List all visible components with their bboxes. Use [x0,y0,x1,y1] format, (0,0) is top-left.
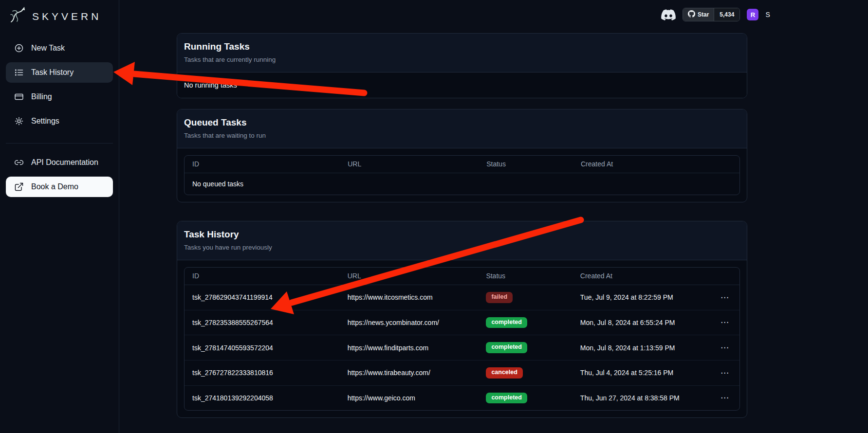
task-history-header-row: ID URL Status Created At [185,268,739,285]
sidebar-item-task-history[interactable]: Task History [6,62,113,83]
task-history-body: ID URL Status Created At tsk_27862904374… [177,260,747,417]
running-tasks-card: Running Tasks Tasks that are currently r… [177,33,747,98]
github-star-label: Star [698,11,709,18]
status-badge: failed [486,292,513,303]
running-tasks-empty-message: No running tasks [177,72,747,98]
task-history-subtitle: Tasks you have run previously [184,244,740,251]
github-star-count: 5,434 [714,8,739,21]
task-created-cell: Thu, Jul 4, 2024 at 5:25:16 PM [573,360,711,385]
sidebar-item-settings[interactable]: Settings [6,111,113,131]
task-id-cell: tsk_278629043741199914 [185,285,340,310]
task-status-cell: completed [478,310,572,335]
column-header-id: ID [185,268,340,285]
github-star-button[interactable]: Star 5,434 [683,8,740,21]
task-history-table: ID URL Status Created At tsk_27862904374… [185,268,739,410]
sidebar-item-billing[interactable]: Billing [6,87,113,107]
sidebar: SKYVERN New Task Task History [0,0,119,433]
task-id-cell: tsk_274180139292204058 [185,385,340,410]
column-header-status: Status [479,156,573,173]
sidebar-nav: New Task Task History Billing [0,35,119,200]
sidebar-item-api-documentation[interactable]: API Documentation [6,152,113,173]
task-url-cell: https://www.geico.com [340,385,479,410]
task-history-card: Task History Tasks you have run previous… [177,221,747,418]
task-status-cell: completed [478,335,572,361]
brand-logo: SKYVERN [0,0,119,35]
task-row[interactable]: tsk_278629043741199914 https://www.itcos… [185,285,739,310]
topbar: Star 5,434 R S [661,7,770,22]
skyvern-dragon-icon [7,5,28,28]
row-actions-button[interactable]: ⋯ [719,368,732,378]
discord-icon[interactable] [661,9,676,20]
status-badge: completed [486,393,527,404]
task-history-header: Task History Tasks you have run previous… [177,221,747,260]
task-created-cell: Mon, Jul 8, 2024 at 1:13:59 PM [573,335,711,361]
task-id-cell: tsk_276727822333810816 [185,360,340,385]
task-row[interactable]: tsk_278147405593572204 https://www.findi… [185,335,739,361]
sidebar-item-label: Settings [31,117,59,126]
main-content: Running Tasks Tasks that are currently r… [177,33,747,429]
status-badge: completed [486,342,527,353]
queued-tasks-subtitle: Tasks that are waiting to run [184,132,740,139]
column-header-url: URL [340,268,479,285]
external-link-icon [14,182,24,192]
queued-tasks-empty-row: No queued tasks [185,173,739,195]
row-actions-button[interactable]: ⋯ [719,292,732,303]
running-tasks-title: Running Tasks [184,41,740,52]
column-header-status: Status [478,268,572,285]
credit-card-icon [14,92,24,102]
row-actions-button[interactable]: ⋯ [719,317,732,327]
sidebar-item-new-task[interactable]: New Task [6,38,113,58]
github-icon [688,10,695,19]
task-url-cell: https://www.tirabeauty.com/ [340,360,479,385]
avatar[interactable]: R [747,9,758,20]
task-status-cell: failed [478,285,572,310]
column-header-id: ID [185,156,340,173]
queued-tasks-card: Queued Tasks Tasks that are waiting to r… [177,109,747,202]
queued-tasks-empty-message: No queued tasks [185,173,739,195]
queued-tasks-table: ID URL Status Created At No queued tasks [185,156,739,195]
brand-name: SKYVERN [32,11,101,22]
sidebar-item-label: API Documentation [31,158,98,167]
task-row[interactable]: tsk_276727822333810816 https://www.tirab… [185,360,739,385]
row-actions-button[interactable]: ⋯ [719,393,732,403]
link-icon [14,158,24,167]
sidebar-item-book-a-demo[interactable]: Book a Demo [6,177,113,197]
status-badge: canceled [486,367,523,379]
queued-tasks-body: ID URL Status Created At No queued tasks [177,148,747,202]
gear-icon [14,116,24,126]
task-id-cell: tsk_278235388555267564 [185,310,340,335]
queued-tasks-table-wrapper: ID URL Status Created At No queued tasks [184,155,740,195]
task-url-cell: https://www.itcosmetics.com [340,285,479,310]
task-created-cell: Thu, Jun 27, 2024 at 8:38:58 PM [573,385,711,410]
sidebar-item-label: Book a Demo [31,182,78,191]
column-header-url: URL [340,156,479,173]
task-id-cell: tsk_278147405593572204 [185,335,340,361]
queued-tasks-header: Queued Tasks Tasks that are waiting to r… [177,109,747,148]
queued-tasks-title: Queued Tasks [184,117,740,128]
task-row[interactable]: tsk_278235388555267564 https://news.ycom… [185,310,739,335]
plus-circle-icon [14,43,24,53]
task-status-cell: canceled [478,360,572,385]
task-history-table-wrapper: ID URL Status Created At tsk_27862904374… [184,267,740,411]
row-actions-button[interactable]: ⋯ [719,343,732,353]
running-tasks-header: Running Tasks Tasks that are currently r… [177,34,747,72]
queued-tasks-header-row: ID URL Status Created At [185,156,739,173]
sidebar-secondary-section: API Documentation Book a Demo [6,143,113,197]
task-created-cell: Tue, Jul 9, 2024 at 8:22:59 PM [573,285,711,310]
github-star-label-section: Star [683,8,714,21]
list-icon [14,68,24,77]
task-url-cell: https://news.ycombinator.com/ [340,310,479,335]
task-status-cell: completed [478,385,572,410]
task-row[interactable]: tsk_274180139292204058 https://www.geico… [185,385,739,410]
task-history-title: Task History [184,229,740,240]
user-name-partial: S [765,11,770,18]
sidebar-item-label: New Task [31,44,65,53]
sidebar-item-label: Task History [31,68,74,77]
task-created-cell: Mon, Jul 8, 2024 at 6:55:24 PM [573,310,711,335]
running-tasks-subtitle: Tasks that are currently running [184,56,740,63]
column-header-created: Created At [573,268,711,285]
status-badge: completed [486,317,527,328]
column-header-created: Created At [573,156,712,173]
sidebar-item-label: Billing [31,92,52,101]
task-url-cell: https://www.finditparts.com [340,335,479,361]
